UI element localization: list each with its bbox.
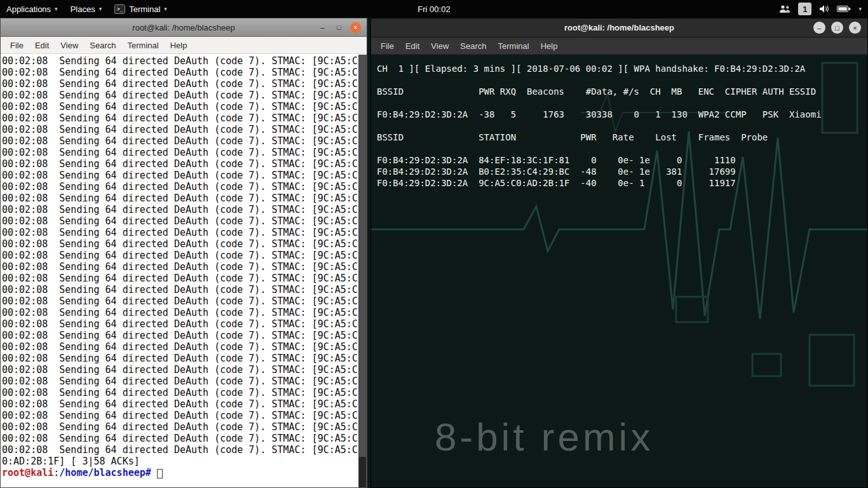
maximize-button[interactable]: □ — [334, 22, 344, 33]
close-button[interactable]: × — [350, 22, 361, 33]
top-bar: Applications ▾ Places ▾ >_ Terminal ▾ Fr… — [0, 0, 868, 18]
prompt-path: /home/blacsheep# — [59, 467, 151, 478]
airodump-output: CH 1 ][ Elapsed: 3 mins ][ 2018-07-06 00… — [377, 63, 822, 189]
system-menu-chevron-icon[interactable]: ▾ — [858, 6, 862, 12]
menu-item-search[interactable]: Search — [84, 38, 121, 53]
system-tray: 1 ▾ — [779, 0, 868, 18]
right-window-title: root@kali: /home/blacsheep — [564, 23, 674, 32]
left-window-title: root@kali: /home/blacsheep — [132, 23, 234, 32]
battery-icon[interactable] — [837, 5, 851, 13]
svg-text:8-bit remix: 8-bit remix — [435, 415, 653, 459]
right-window-titlebar[interactable]: root@kali: /home/blacsheep – □ × — [371, 18, 867, 37]
prompt-user: root@kali — [2, 467, 53, 478]
volume-icon[interactable] — [819, 4, 829, 13]
applications-menu-label: Applications — [6, 4, 51, 14]
terminal-cursor — [157, 469, 163, 478]
minimize-button[interactable]: – — [317, 22, 328, 33]
menu-item-help[interactable]: Help — [535, 39, 564, 53]
menu-item-edit[interactable]: Edit — [400, 39, 425, 53]
clock[interactable]: Fri 00:02 — [411, 0, 456, 18]
users-icon[interactable] — [779, 4, 790, 13]
menu-item-search[interactable]: Search — [454, 39, 492, 53]
left-window-menubar: File Edit View Search Terminal Help — [1, 37, 367, 54]
menu-item-help[interactable]: Help — [165, 38, 193, 53]
input-source-indicator[interactable]: 1 — [798, 3, 811, 15]
left-terminal-window: root@kali: /home/blacsheep – □ × File Ed… — [0, 18, 367, 488]
applications-menu[interactable]: Applications ▾ — [0, 0, 64, 18]
scrollbar[interactable] — [358, 55, 367, 487]
scrollbar-thumb[interactable] — [359, 457, 366, 487]
chevron-down-icon: ▾ — [55, 6, 58, 12]
minimize-button[interactable]: – — [813, 22, 825, 34]
active-app-menu[interactable]: >_ Terminal ▾ — [108, 0, 173, 18]
menu-item-file[interactable]: File — [4, 38, 29, 53]
places-menu-label: Places — [71, 4, 95, 14]
right-window-controls: – □ × — [813, 22, 867, 34]
prompt-separator: : — [53, 467, 59, 478]
deauth-log-wrap-line: 0:AD:2B:1F] [ 3|58 ACKs] — [2, 456, 358, 467]
terminal-icon: >_ — [114, 4, 125, 14]
menu-item-terminal[interactable]: Terminal — [492, 39, 535, 53]
deauth-log: 00:02:08 Sending 64 directed DeAuth (cod… — [2, 55, 358, 456]
menu-item-view[interactable]: View — [425, 39, 454, 53]
top-bar-left: Applications ▾ Places ▾ >_ Terminal ▾ — [0, 0, 173, 18]
menu-item-file[interactable]: File — [375, 39, 400, 53]
places-menu[interactable]: Places ▾ — [64, 0, 109, 18]
left-window-controls: – □ × — [317, 22, 367, 33]
right-terminal-window: root@kali: /home/blacsheep – □ × File Ed… — [370, 18, 868, 488]
active-app-menu-label: Terminal — [129, 4, 160, 14]
menu-item-terminal[interactable]: Terminal — [122, 38, 165, 53]
chevron-down-icon: ▾ — [164, 6, 167, 12]
right-terminal-screen[interactable]: 8-bit remix CH 1 ][ Elapsed: 3 mins ][ 2… — [371, 55, 867, 487]
left-terminal-screen[interactable]: 00:02:08 Sending 64 directed DeAuth (cod… — [1, 55, 358, 487]
right-window-menubar: File Edit View Search Terminal Help — [371, 37, 867, 55]
close-button[interactable]: × — [849, 22, 861, 34]
clock-label: Fri 00:02 — [417, 4, 450, 14]
maximize-button[interactable]: □ — [831, 22, 843, 34]
chevron-down-icon: ▾ — [99, 6, 102, 12]
shell-prompt: root@kali:/home/blacsheep# — [2, 467, 358, 478]
menu-item-edit[interactable]: Edit — [29, 38, 55, 53]
menu-item-view[interactable]: View — [55, 38, 84, 53]
left-window-titlebar[interactable]: root@kali: /home/blacsheep – □ × — [1, 18, 367, 37]
